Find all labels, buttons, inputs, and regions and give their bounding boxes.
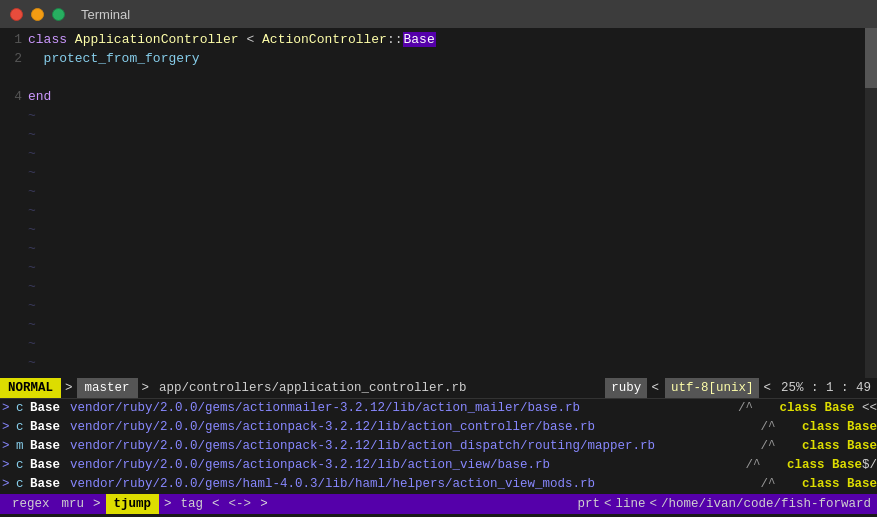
jump-row-1[interactable]: > c Base vendor/ruby/2.0.0/gems/actionma… <box>0 399 877 418</box>
scroll-percent: 25% : 1 : 49 <box>775 381 877 395</box>
jump-type-2: c <box>16 418 30 437</box>
jump-type-5: c <box>16 475 30 494</box>
line-content-2: protect_from_forgery <box>28 49 877 68</box>
tilde-1: ~ <box>0 106 877 125</box>
mode-indicator: NORMAL <box>0 378 61 398</box>
jump-results-panel: > c Base vendor/ruby/2.0.0/gems/actionma… <box>0 398 877 494</box>
git-branch: master <box>77 378 138 398</box>
jump-tag-4: Base <box>30 456 70 475</box>
jump-file-2: vendor/ruby/2.0.0/gems/actionpack-3.2.12… <box>70 418 749 437</box>
jump-match-5: class Base <box>787 475 877 494</box>
tilde-5: ~ <box>0 182 877 201</box>
jump-file-1: vendor/ruby/2.0.0/gems/actionmailer-3.2.… <box>70 399 726 418</box>
jump-match-1: class Base << <box>764 399 877 418</box>
code-line-4: 4 end <box>0 87 877 106</box>
jump-arrow-4: > <box>2 456 16 475</box>
code-line-2: 2 protect_from_forgery <box>0 49 877 68</box>
tilde-15: ~ <box>0 372 877 378</box>
tilde-8: ~ <box>0 239 877 258</box>
scrollbar-thumb[interactable] <box>865 28 877 88</box>
jump-type-4: c <box>16 456 30 475</box>
jump-tag-5: Base <box>30 475 70 494</box>
line-content-1: class ApplicationController < ActionCont… <box>28 30 877 49</box>
jump-file-4: vendor/ruby/2.0.0/gems/actionpack-3.2.12… <box>70 456 734 475</box>
line-label: line <box>615 497 645 511</box>
tilde-7: ~ <box>0 220 877 239</box>
tag-option[interactable]: tag <box>175 494 210 514</box>
mru-option[interactable]: mru <box>56 494 91 514</box>
tilde-10: ~ <box>0 277 877 296</box>
tilde-3: ~ <box>0 144 877 163</box>
editor-area: 1 class ApplicationController < ActionCo… <box>0 28 877 378</box>
jump-arrow-3: > <box>2 437 16 456</box>
window-title: Terminal <box>81 7 130 22</box>
jump-tag-2: Base <box>30 418 70 437</box>
scrollbar[interactable] <box>865 28 877 378</box>
tilde-4: ~ <box>0 163 877 182</box>
tilde-11: ~ <box>0 296 877 315</box>
jump-row-2[interactable]: > c Base vendor/ruby/2.0.0/gems/actionpa… <box>0 418 877 437</box>
tjump-right-info: prt < line < /home/ivan/code/fish-forwar… <box>577 497 871 511</box>
arrow-option[interactable]: <-> <box>223 494 258 514</box>
tilde-9: ~ <box>0 258 877 277</box>
jump-match-3: class Base <box>787 437 877 456</box>
line-content-3 <box>28 68 877 87</box>
regex-option[interactable]: regex <box>6 494 56 514</box>
statusbar: NORMAL > master > app/controllers/applic… <box>0 378 877 398</box>
line-number-1: 1 <box>0 30 28 49</box>
tjump-option[interactable]: tjump <box>106 494 160 514</box>
jump-match-2: class Base <box>787 418 877 437</box>
line-number-2: 2 <box>0 49 28 68</box>
jump-row-3[interactable]: > m Base vendor/ruby/2.0.0/gems/actionpa… <box>0 437 877 456</box>
tilde-14: ~ <box>0 353 877 372</box>
titlebar: Terminal <box>0 0 877 28</box>
maximize-button[interactable] <box>52 8 65 21</box>
tjump-bar: regex mru > tjump > tag < <-> > prt < li… <box>0 494 877 514</box>
line-number-3 <box>0 68 28 87</box>
jump-arrow-5: > <box>2 475 16 494</box>
minimize-button[interactable] <box>31 8 44 21</box>
jump-arrow-1: > <box>2 399 16 418</box>
jump-match-4: class Base$/ <box>772 456 877 475</box>
jump-row-5[interactable]: > c Base vendor/ruby/2.0.0/gems/haml-4.0… <box>0 475 877 494</box>
line-content-4: end <box>28 87 877 106</box>
file-path: app/controllers/application_controller.r… <box>153 381 605 395</box>
line-number-4: 4 <box>0 87 28 106</box>
jump-type-1: c <box>16 399 30 418</box>
jump-arrow-2: > <box>2 418 16 437</box>
jump-file-3: vendor/ruby/2.0.0/gems/actionpack-3.2.12… <box>70 437 749 456</box>
jump-tag-1: Base <box>30 399 70 418</box>
jump-tag-3: Base <box>30 437 70 456</box>
jump-row-4[interactable]: > c Base vendor/ruby/2.0.0/gems/actionpa… <box>0 456 877 475</box>
tilde-12: ~ <box>0 315 877 334</box>
code-line-3 <box>0 68 877 87</box>
prt-label: prt <box>577 497 600 511</box>
forward-path: /home/ivan/code/fish-forward <box>661 497 871 511</box>
jump-type-3: m <box>16 437 30 456</box>
tilde-13: ~ <box>0 334 877 353</box>
code-line-1: 1 class ApplicationController < ActionCo… <box>0 30 877 49</box>
close-button[interactable] <box>10 8 23 21</box>
tilde-6: ~ <box>0 201 877 220</box>
jump-file-5: vendor/ruby/2.0.0/gems/haml-4.0.3/lib/ha… <box>70 475 749 494</box>
file-language: ruby <box>605 378 647 398</box>
file-encoding: utf-8[unix] <box>665 378 760 398</box>
tilde-2: ~ <box>0 125 877 144</box>
